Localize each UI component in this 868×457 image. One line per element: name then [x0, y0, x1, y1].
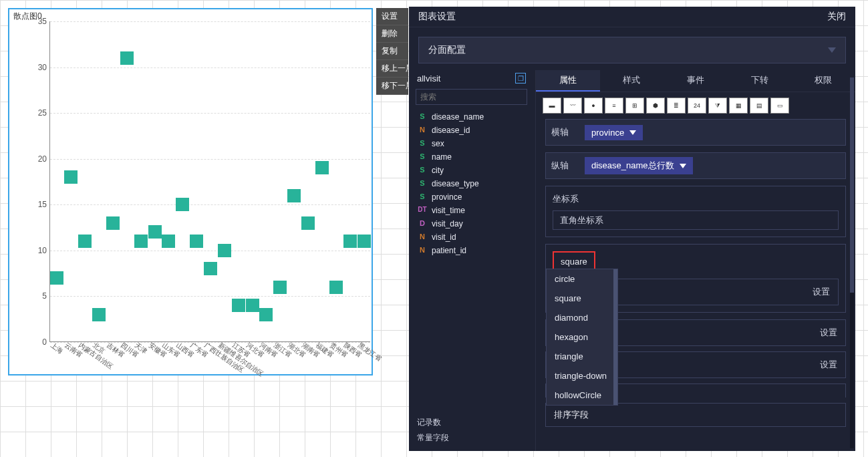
- data-point[interactable]: [190, 235, 203, 248]
- shape-option[interactable]: triangle: [547, 347, 617, 366]
- settings-header: 图表设置 关闭: [409, 7, 855, 27]
- y-tick: 30: [38, 63, 47, 72]
- data-point[interactable]: [50, 271, 63, 285]
- data-point[interactable]: [218, 244, 231, 257]
- field-item[interactable]: Sdisease_name: [413, 110, 530, 124]
- datasource-row: allvisit ❐: [413, 70, 530, 86]
- context-menu-item[interactable]: 复制: [376, 43, 408, 60]
- coord-input[interactable]: [553, 210, 839, 230]
- facet-config-bar[interactable]: 分面配置: [418, 37, 846, 63]
- chart-type-thumb[interactable]: ⊞: [625, 98, 644, 114]
- shape-option[interactable]: diamond: [547, 308, 617, 327]
- field-item[interactable]: Ssex: [413, 137, 530, 150]
- data-point[interactable]: [343, 235, 357, 248]
- data-point[interactable]: [273, 281, 287, 294]
- tab-2[interactable]: 事件: [664, 70, 728, 92]
- y-axis-chip[interactable]: disease_name总行数: [585, 157, 693, 174]
- context-menu-item[interactable]: 移上一层: [376, 60, 408, 78]
- context-menu-item[interactable]: 删除: [376, 25, 408, 43]
- data-point[interactable]: [315, 161, 329, 174]
- setting-button[interactable]: 设置: [820, 327, 837, 339]
- chart-type-thumb[interactable]: ≡: [605, 98, 623, 114]
- shape-option[interactable]: hexagon: [547, 327, 617, 347]
- scrollbar-thumb[interactable]: [850, 78, 854, 293]
- shape-option[interactable]: square: [547, 289, 617, 308]
- data-point[interactable]: [232, 299, 245, 312]
- chart-type-thumb[interactable]: ●: [584, 98, 603, 114]
- chart-type-thumb[interactable]: ▦: [729, 98, 748, 114]
- tab-1[interactable]: 样式: [600, 70, 664, 92]
- shape-option[interactable]: circle: [547, 269, 617, 289]
- data-point[interactable]: [148, 225, 162, 239]
- setting-button[interactable]: 设置: [813, 286, 830, 298]
- data-point[interactable]: [162, 235, 175, 248]
- chart-type-thumbs: ▬〰●≡⊞⬢≣24⧩▦▤▭: [536, 92, 855, 119]
- field-item[interactable]: Ndisease_id: [413, 124, 530, 137]
- data-point[interactable]: [329, 281, 343, 294]
- field-item[interactable]: Npatient_id: [413, 244, 530, 257]
- context-menu: 设置删除复制移上一层移下一层: [376, 8, 408, 95]
- shape-option[interactable]: hollowCircle: [547, 386, 617, 405]
- y-tick: 35: [38, 17, 47, 26]
- x-axis-value: province: [591, 128, 624, 138]
- y-tick: 10: [38, 246, 47, 255]
- chart-type-thumb[interactable]: 〰: [563, 98, 582, 114]
- meta-links: 记录数 常量字段: [413, 410, 530, 451]
- chart-type-thumb[interactable]: ⧩: [708, 98, 727, 114]
- data-point[interactable]: [106, 216, 120, 230]
- data-point[interactable]: [120, 51, 134, 65]
- records-link[interactable]: 记录数: [417, 415, 526, 430]
- data-point[interactable]: [64, 170, 78, 184]
- data-point[interactable]: [204, 262, 217, 275]
- chart-type-thumb[interactable]: 24: [688, 98, 706, 114]
- copy-icon[interactable]: ❐: [515, 73, 526, 84]
- field-type-badge: N: [417, 246, 428, 255]
- tab-3[interactable]: 下转: [728, 70, 792, 92]
- search-input[interactable]: [416, 89, 527, 105]
- y-axis-value: disease_name总行数: [591, 160, 674, 172]
- chevron-down-icon: [629, 130, 636, 135]
- setting-button[interactable]: 设置: [820, 359, 837, 371]
- data-point[interactable]: [246, 299, 259, 312]
- data-point[interactable]: [301, 216, 315, 230]
- chart-type-thumb[interactable]: ▤: [750, 98, 768, 114]
- field-item[interactable]: Scity: [413, 164, 530, 177]
- field-item[interactable]: DTvisit_time: [413, 204, 530, 217]
- data-point[interactable]: [134, 235, 148, 248]
- field-type-badge: S: [417, 166, 428, 175]
- tab-4[interactable]: 权限: [791, 70, 855, 92]
- field-name: visit_time: [432, 206, 465, 215]
- chevron-down-icon: [680, 164, 686, 168]
- field-name: name: [432, 152, 452, 162]
- data-point[interactable]: [357, 235, 371, 248]
- shape-dropdown: circlesquarediamondhexagontriangletriang…: [546, 269, 618, 406]
- scatter-chart-panel[interactable]: 散点图0 05101520253035 上海云南省内蒙古自治区北京吉林省四川省天…: [8, 8, 373, 375]
- close-button[interactable]: 关闭: [827, 11, 846, 23]
- y-tick: 15: [38, 200, 47, 209]
- constant-field-link[interactable]: 常量字段: [417, 430, 526, 446]
- chart-type-thumb[interactable]: ▬: [543, 98, 561, 114]
- chart-type-thumb[interactable]: ▭: [770, 98, 789, 114]
- field-item[interactable]: Sname: [413, 150, 530, 164]
- chart-type-thumb[interactable]: ≣: [667, 98, 686, 114]
- chart-type-thumb[interactable]: ⬢: [646, 98, 665, 114]
- data-point[interactable]: [259, 308, 273, 321]
- context-menu-item[interactable]: 设置: [376, 8, 408, 25]
- shape-option[interactable]: triangle-down: [547, 366, 617, 386]
- field-item[interactable]: Nvisit_id: [413, 231, 530, 244]
- scrollbar[interactable]: [850, 78, 854, 448]
- tab-0[interactable]: 属性: [536, 70, 600, 92]
- data-point[interactable]: [176, 198, 189, 211]
- data-point[interactable]: [287, 189, 301, 202]
- x-axis-chip[interactable]: province: [585, 125, 643, 140]
- x-axis-row: 横轴 province: [545, 119, 846, 146]
- field-item[interactable]: Dvisit_day: [413, 217, 530, 231]
- context-menu-item[interactable]: 移下一层: [376, 78, 408, 95]
- field-search: [416, 89, 527, 105]
- data-point[interactable]: [92, 308, 106, 321]
- field-item[interactable]: Sdisease_type: [413, 177, 530, 190]
- data-point[interactable]: [78, 235, 92, 248]
- coord-section: 坐标系: [545, 186, 846, 237]
- fields-column: allvisit ❐ Sdisease_nameNdisease_idSsexS…: [409, 70, 536, 451]
- field-item[interactable]: Sprovince: [413, 190, 530, 204]
